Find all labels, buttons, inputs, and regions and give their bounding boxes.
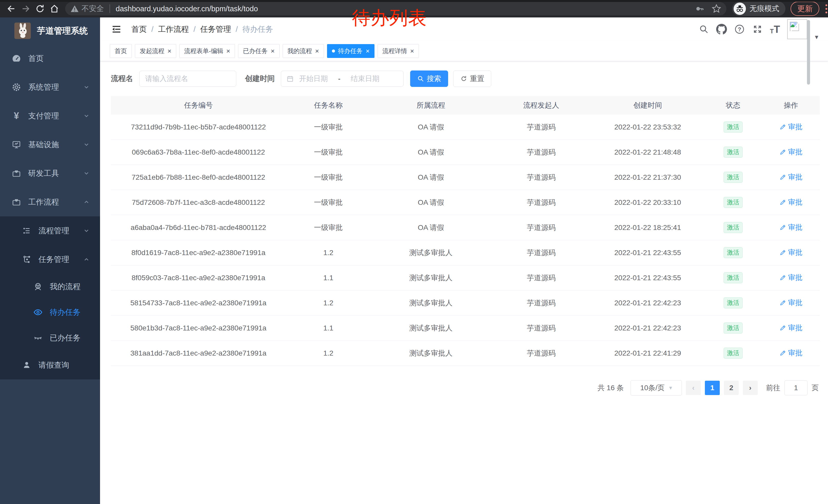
cell-status: 激活 [704,341,762,366]
font-size-button[interactable]: TT [770,24,780,34]
avatar[interactable] [787,19,807,39]
breadcrumb-workflow[interactable]: 工作流程 [158,24,189,35]
refresh-icon [460,75,467,82]
edit-pencil-icon [780,149,786,155]
cell-initiator: 芋道源码 [491,114,591,140]
table-header-row: 任务编号 任务名称 所属流程 流程发起人 创建时间 状态 操作 [111,96,820,114]
fullscreen-button[interactable] [752,24,763,35]
breadcrumb-home[interactable]: 首页 [131,24,147,35]
sidebar-item-infrastructure[interactable]: 基础设施 [0,130,100,159]
approve-button[interactable]: 审批 [780,147,802,157]
sidebar-item-done-tasks[interactable]: 已办任务 [0,325,100,351]
page-button-1[interactable]: 1 [705,381,720,395]
help-button[interactable]: ? [734,24,745,35]
approve-button[interactable]: 审批 [780,323,802,333]
process-name-input[interactable] [139,71,236,87]
date-range-picker[interactable]: 开始日期 - 结束日期 [281,71,404,87]
cell-task-name: 一级审批 [286,140,371,165]
close-icon[interactable]: × [167,48,171,54]
approve-button[interactable]: 审批 [780,298,802,308]
breadcrumb-task-management[interactable]: 任务管理 [200,24,231,35]
cell-actions: 审批 [762,114,820,140]
browser-update-button[interactable]: 更新 [791,2,819,16]
tab[interactable]: 我的流程 × [283,44,324,58]
tab[interactable]: 流程详情 × [378,44,419,58]
search-button[interactable]: 搜索 [410,71,448,87]
close-icon[interactable]: × [410,48,414,54]
github-link-button[interactable] [716,24,727,35]
approve-label: 审批 [788,248,802,258]
saved-password-key-icon[interactable] [695,4,704,13]
sidebar-item-my-process[interactable]: 我的流程 [0,274,100,300]
avatar-dropdown-caret[interactable]: ▾ [815,33,818,41]
reset-button[interactable]: 重置 [453,71,491,87]
header-search-button[interactable] [699,24,709,34]
incognito-icon [734,3,746,15]
cell-task-name: 1.1 [286,265,371,290]
approve-button[interactable]: 审批 [780,248,802,258]
sidebar-item-payment[interactable]: ¥ 支付管理 [0,101,100,130]
total-count-label: 共 16 条 [597,383,624,393]
end-date-placeholder[interactable]: 结束日期 [350,74,379,84]
tree-icon [22,255,32,264]
sidebar-item-workflow[interactable]: 工作流程 [0,188,100,216]
tab[interactable]: 流程表单-编辑 × [179,44,235,58]
range-separator: - [338,75,340,83]
tab[interactable]: 已办任务 × [238,44,279,58]
sidebar-collapse-button[interactable] [110,22,123,36]
dashboard-icon [11,54,22,63]
column-header-initiator: 流程发起人 [491,96,591,114]
tab[interactable]: 首页 [110,44,132,58]
close-icon[interactable]: × [271,48,275,54]
start-date-placeholder[interactable]: 开始日期 [299,74,328,84]
filter-bar: 流程名 创建时间 开始日期 - 结束日期 搜索 重置 [111,71,820,87]
browser-home-button[interactable] [47,2,61,16]
cell-task-name: 一级审批 [286,215,371,240]
table-row: 73211d9d-7b9b-11ec-b5b7-acde48001122 一级审… [111,114,820,140]
goto-page-input[interactable] [784,380,808,395]
close-icon[interactable]: × [315,48,319,54]
sidebar-item-task-management[interactable]: 任务管理 [0,245,100,274]
sidebar-item-devtools[interactable]: 研发工具 [0,159,100,188]
sidebar-item-home[interactable]: 首页 [0,44,100,73]
close-icon[interactable]: × [366,48,370,54]
status-badge: 激活 [723,247,743,258]
browser-forward-button[interactable] [18,2,33,16]
page-button-2[interactable]: 2 [724,381,739,395]
next-page-button[interactable]: › [743,381,758,395]
table-row: 8f0d1619-7ac8-11ec-a9e2-a2380e71991a 1.2… [111,240,820,265]
bookmark-star-icon[interactable] [711,4,721,13]
tab[interactable]: 发起流程 × [135,44,176,58]
person-icon [22,361,32,369]
task-table-body: 73211d9d-7b9b-11ec-b5b7-acde48001122 一级审… [111,114,820,366]
sidebar-item-leave-query[interactable]: 请假查询 [0,351,100,379]
close-icon[interactable]: × [226,48,230,54]
create-time-label: 创建时间 [245,74,275,84]
chevron-down-icon [83,170,90,177]
cell-status: 激活 [704,290,762,316]
sidebar-item-process-management[interactable]: 流程管理 [0,216,100,245]
approve-button[interactable]: 审批 [780,348,802,358]
approve-button[interactable]: 审批 [780,273,802,282]
approve-button[interactable]: 审批 [780,172,802,182]
cell-status: 激活 [704,316,762,341]
browser-reload-button[interactable] [33,2,47,16]
browser-back-button[interactable] [4,2,18,16]
tab[interactable]: 待办任务 × [327,44,374,58]
page-size-select[interactable]: 10条/页 ▾ [630,380,682,396]
sidebar-item-system[interactable]: 系统管理 [0,73,100,101]
active-dot [332,49,335,53]
approve-button[interactable]: 审批 [780,197,802,207]
scrollbar-thumb[interactable] [807,20,810,85]
approve-label: 审批 [788,197,802,207]
app-logo-row[interactable]: 芋道管理系统 [0,17,100,44]
goto-label: 前往 [766,383,780,393]
approve-button[interactable]: 审批 [780,122,802,132]
approve-label: 审批 [788,223,802,232]
sidebar-item-todo-tasks[interactable]: 待办任务 [0,300,100,325]
prev-page-button[interactable]: ‹ [686,381,701,395]
table-row: 58154733-7ac8-11ec-a9e2-a2380e71991a 1.2… [111,290,820,316]
approve-button[interactable]: 审批 [780,223,802,232]
tab-label: 我的流程 [288,47,312,55]
browser-menu-button[interactable] [823,2,828,15]
